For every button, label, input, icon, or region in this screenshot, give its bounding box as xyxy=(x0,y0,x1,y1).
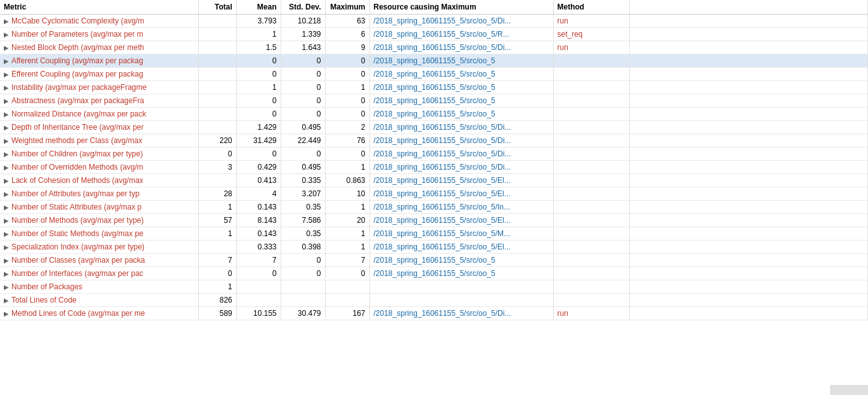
expand-icon[interactable]: ▶ xyxy=(4,284,9,291)
resource-cell[interactable]: /2018_spring_16061155_5/src/oo_5/Di... xyxy=(369,134,553,147)
expand-icon[interactable]: ▶ xyxy=(4,310,9,317)
expand-icon[interactable]: ▶ xyxy=(4,151,9,158)
method-cell[interactable] xyxy=(553,214,629,227)
method-cell[interactable]: run xyxy=(553,307,629,320)
metric-cell[interactable]: ▶Total Lines of Code xyxy=(0,294,198,307)
expand-icon[interactable]: ▶ xyxy=(4,124,9,131)
resource-cell[interactable]: /2018_spring_16061155_5/src/oo_5 xyxy=(369,94,553,108)
expand-icon[interactable]: ▶ xyxy=(4,177,9,184)
resource-cell[interactable]: /2018_spring_16061155_5/src/oo_5 xyxy=(369,54,553,68)
resource-cell[interactable]: /2018_spring_16061155_5/src/oo_5/Di... xyxy=(369,121,553,134)
method-cell[interactable] xyxy=(553,121,629,134)
expand-icon[interactable]: ▶ xyxy=(4,31,9,38)
expand-icon[interactable]: ▶ xyxy=(4,97,9,104)
metric-cell[interactable]: ▶Weighted methods per Class (avg/max xyxy=(0,134,198,147)
resource-cell[interactable]: /2018_spring_16061155_5/src/oo_5/M... xyxy=(369,227,553,241)
expand-icon[interactable]: ▶ xyxy=(4,244,9,251)
method-cell[interactable] xyxy=(553,267,629,280)
expand-icon[interactable]: ▶ xyxy=(4,164,9,171)
metric-cell[interactable]: ▶McCabe Cyclomatic Complexity (avg/m xyxy=(0,15,198,28)
metric-cell[interactable]: ▶Number of Overridden Methods (avg/m xyxy=(0,161,198,174)
resource-cell[interactable]: /2018_spring_16061155_5/src/oo_5/Di... xyxy=(369,161,553,174)
extra-cell xyxy=(629,294,868,307)
method-cell[interactable] xyxy=(553,280,629,294)
resource-cell[interactable]: /2018_spring_16061155_5/src/oo_5 xyxy=(369,68,553,81)
total-cell: 57 xyxy=(198,214,236,227)
horizontal-scrollbar[interactable] xyxy=(830,385,868,395)
expand-icon[interactable]: ▶ xyxy=(4,71,9,78)
resource-cell[interactable]: /2018_spring_16061155_5/src/oo_5/El... xyxy=(369,187,553,201)
method-cell[interactable] xyxy=(553,254,629,267)
expand-icon[interactable]: ▶ xyxy=(4,191,9,198)
method-cell[interactable] xyxy=(553,81,629,94)
resource-cell[interactable]: /2018_spring_16061155_5/src/oo_5/El... xyxy=(369,241,553,254)
metric-cell[interactable]: ▶Number of Interfaces (avg/max per pac xyxy=(0,267,198,280)
extra-cell xyxy=(629,15,868,28)
resource-cell[interactable]: /2018_spring_16061155_5/src/oo_5/Di... xyxy=(369,147,553,161)
method-cell[interactable] xyxy=(553,54,629,68)
metric-cell[interactable]: ▶Number of Static Attributes (avg/max p xyxy=(0,201,198,214)
method-cell[interactable]: run xyxy=(553,15,629,28)
resource-cell[interactable]: /2018_spring_16061155_5/src/oo_5 xyxy=(369,81,553,94)
method-cell[interactable] xyxy=(553,134,629,147)
expand-icon[interactable]: ▶ xyxy=(4,217,9,224)
metric-cell[interactable]: ▶Depth of Inheritance Tree (avg/max per xyxy=(0,121,198,134)
resource-cell[interactable]: /2018_spring_16061155_5/src/oo_5/Di... xyxy=(369,41,553,54)
resource-cell[interactable]: /2018_spring_16061155_5/src/oo_5/R... xyxy=(369,28,553,41)
resource-cell[interactable]: /2018_spring_16061155_5/src/oo_5 xyxy=(369,108,553,121)
expand-icon[interactable]: ▶ xyxy=(4,137,9,144)
metric-cell[interactable]: ▶Number of Attributes (avg/max per typ xyxy=(0,187,198,201)
method-cell[interactable] xyxy=(553,161,629,174)
metric-cell[interactable]: ▶Afferent Coupling (avg/max per packag xyxy=(0,54,198,68)
col-header-method: Method xyxy=(553,0,629,15)
resource-cell[interactable]: /2018_spring_16061155_5/src/oo_5/Di... xyxy=(369,307,553,320)
expand-icon[interactable]: ▶ xyxy=(4,204,9,211)
method-cell[interactable] xyxy=(553,241,629,254)
metric-cell[interactable]: ▶Specialization Index (avg/max per type) xyxy=(0,241,198,254)
resource-cell[interactable]: /2018_spring_16061155_5/src/oo_5/El... xyxy=(369,214,553,227)
metric-cell[interactable]: ▶Number of Methods (avg/max per type) xyxy=(0,214,198,227)
expand-icon[interactable]: ▶ xyxy=(4,18,9,25)
resource-cell[interactable] xyxy=(369,280,553,294)
metric-cell[interactable]: ▶Lack of Cohesion of Methods (avg/max xyxy=(0,174,198,187)
metric-cell[interactable]: ▶Number of Packages xyxy=(0,280,198,294)
resource-cell[interactable]: /2018_spring_16061155_5/src/oo_5/In... xyxy=(369,201,553,214)
expand-icon[interactable]: ▶ xyxy=(4,297,9,304)
method-cell[interactable] xyxy=(553,68,629,81)
method-cell[interactable] xyxy=(553,147,629,161)
method-cell[interactable]: set_req xyxy=(553,28,629,41)
metric-cell[interactable]: ▶Abstractness (avg/max per packageFra xyxy=(0,94,198,108)
metrics-table-container[interactable]: Metric Total Mean Std. Dev. Maximum Reso… xyxy=(0,0,868,395)
expand-icon[interactable]: ▶ xyxy=(4,44,9,51)
method-cell[interactable] xyxy=(553,94,629,108)
resource-cell[interactable]: /2018_spring_16061155_5/src/oo_5 xyxy=(369,267,553,280)
expand-icon[interactable]: ▶ xyxy=(4,270,9,277)
metric-cell[interactable]: ▶Method Lines of Code (avg/max per me xyxy=(0,307,198,320)
resource-cell[interactable]: /2018_spring_16061155_5/src/oo_5/El... xyxy=(369,174,553,187)
metric-cell[interactable]: ▶Number of Classes (avg/max per packa xyxy=(0,254,198,267)
metric-cell[interactable]: ▶Number of Children (avg/max per type) xyxy=(0,147,198,161)
col-header-resource: Resource causing Maximum xyxy=(369,0,553,15)
resource-cell[interactable]: /2018_spring_16061155_5/src/oo_5/Di... xyxy=(369,15,553,28)
method-cell[interactable] xyxy=(553,201,629,214)
method-cell[interactable]: run xyxy=(553,41,629,54)
method-cell[interactable] xyxy=(553,174,629,187)
metric-cell[interactable]: ▶Instability (avg/max per packageFragme xyxy=(0,81,198,94)
resource-cell[interactable]: /2018_spring_16061155_5/src/oo_5 xyxy=(369,254,553,267)
expand-icon[interactable]: ▶ xyxy=(4,58,9,65)
metric-cell[interactable]: ▶Number of Static Methods (avg/max pe xyxy=(0,227,198,241)
expand-icon[interactable]: ▶ xyxy=(4,230,9,237)
method-cell[interactable] xyxy=(553,108,629,121)
expand-icon[interactable]: ▶ xyxy=(4,111,9,118)
expand-icon[interactable]: ▶ xyxy=(4,257,9,264)
metric-cell[interactable]: ▶Normalized Distance (avg/max per pack xyxy=(0,108,198,121)
metric-cell[interactable]: ▶Efferent Coupling (avg/max per packag xyxy=(0,68,198,81)
resource-cell[interactable] xyxy=(369,294,553,307)
method-cell[interactable] xyxy=(553,187,629,201)
metric-cell[interactable]: ▶Number of Parameters (avg/max per m xyxy=(0,28,198,41)
metric-cell[interactable]: ▶Nested Block Depth (avg/max per meth xyxy=(0,41,198,54)
maximum-cell: 9 xyxy=(325,41,369,54)
expand-icon[interactable]: ▶ xyxy=(4,84,9,91)
method-cell[interactable] xyxy=(553,227,629,241)
method-cell[interactable] xyxy=(553,294,629,307)
